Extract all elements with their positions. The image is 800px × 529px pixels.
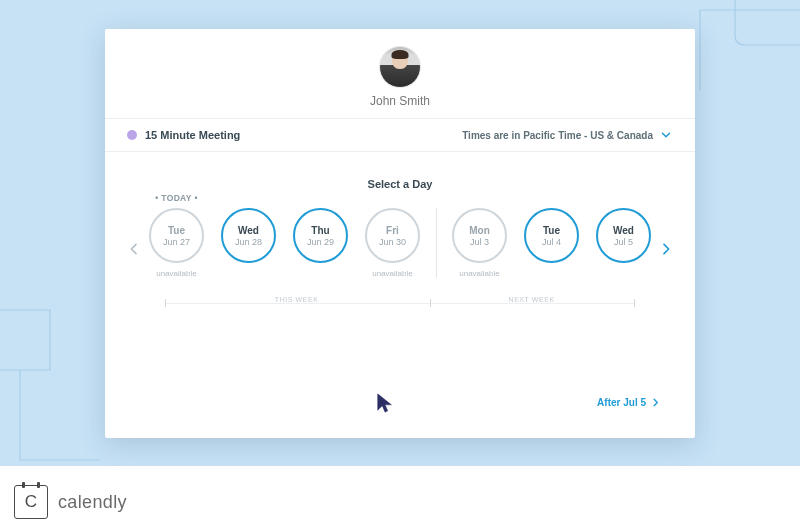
- day-mon-jul-3[interactable]: Mon Jul 3: [452, 208, 507, 263]
- day-wed-jul-5[interactable]: Wed Jul 5: [596, 208, 651, 263]
- day-col: Tue Jul 4: [523, 208, 581, 285]
- day-tue-jul-4[interactable]: Tue Jul 4: [524, 208, 579, 263]
- scheduling-card: John Smith 15 Minute Meeting Times are i…: [105, 29, 695, 438]
- event-type: 15 Minute Meeting: [127, 129, 240, 141]
- day-thu-jun-29[interactable]: Thu Jun 29: [293, 208, 348, 263]
- brand: C calendly: [14, 485, 127, 519]
- after-date-link[interactable]: After Jul 5: [597, 397, 661, 408]
- timezone-selector[interactable]: Times are in Pacific Time - US & Canada: [462, 128, 673, 142]
- chevron-down-icon: [659, 128, 673, 142]
- avatar: [379, 46, 421, 88]
- day-col: Fri Jun 30 unavailable: [364, 208, 422, 279]
- section-title: Select a Day: [105, 178, 695, 190]
- day-date: Jun 30: [379, 237, 406, 247]
- event-color-dot: [127, 130, 137, 140]
- decor-lines-left: [0, 300, 110, 466]
- day-wed-jun-28[interactable]: Wed Jun 28: [221, 208, 276, 263]
- brand-icon-letter: C: [25, 492, 37, 512]
- day-of-week: Fri: [386, 225, 399, 236]
- next-week-label: NEXT WEEK: [503, 296, 561, 303]
- today-tag: • TODAY •: [155, 193, 197, 203]
- day-col: Thu Jun 29: [292, 208, 350, 285]
- day-of-week: Tue: [168, 225, 185, 236]
- day-col: Mon Jul 3 unavailable: [451, 208, 509, 279]
- day-picker: • TODAY • Tue Jun 27 unavailable Wed Jun…: [105, 208, 695, 285]
- day-of-week: Tue: [543, 225, 560, 236]
- event-name: 15 Minute Meeting: [145, 129, 240, 141]
- day-of-week: Mon: [469, 225, 490, 236]
- page: John Smith 15 Minute Meeting Times are i…: [0, 0, 800, 529]
- day-date: Jul 3: [470, 237, 489, 247]
- day-date: Jun 29: [307, 237, 334, 247]
- day-date: Jul 5: [614, 237, 633, 247]
- previous-arrow[interactable]: [123, 220, 145, 278]
- unavailable-label: unavailable: [372, 269, 412, 279]
- days-strip: • TODAY • Tue Jun 27 unavailable Wed Jun…: [148, 208, 653, 285]
- day-of-week: Wed: [613, 225, 634, 236]
- unavailable-label: unavailable: [459, 269, 499, 279]
- event-header: 15 Minute Meeting Times are in Pacific T…: [105, 118, 695, 152]
- unavailable-label: unavailable: [156, 269, 196, 279]
- after-date-label: After Jul 5: [597, 397, 646, 408]
- day-col: • TODAY • Tue Jun 27 unavailable: [148, 208, 206, 279]
- next-arrow[interactable]: [655, 220, 677, 278]
- calendar-icon: C: [14, 485, 48, 519]
- day-col: Wed Jun 28: [220, 208, 278, 285]
- day-tue-jun-27[interactable]: Tue Jun 27: [149, 208, 204, 263]
- brand-name: calendly: [58, 492, 127, 513]
- decor-lines-top-right: [680, 0, 800, 100]
- chevron-right-icon: [658, 241, 674, 257]
- week-labels-bar: THIS WEEK NEXT WEEK: [165, 297, 635, 311]
- chevron-right-icon: [650, 397, 661, 408]
- profile-name: John Smith: [105, 94, 695, 108]
- day-col: Wed Jul 5: [595, 208, 653, 285]
- day-fri-jun-30[interactable]: Fri Jun 30: [365, 208, 420, 263]
- day-date: Jun 28: [235, 237, 262, 247]
- day-date: Jun 27: [163, 237, 190, 247]
- day-of-week: Thu: [311, 225, 329, 236]
- this-week-label: THIS WEEK: [269, 296, 325, 303]
- timezone-label: Times are in Pacific Time - US & Canada: [462, 130, 653, 141]
- day-of-week: Wed: [238, 225, 259, 236]
- week-divider: [436, 208, 437, 278]
- profile-block: John Smith: [105, 29, 695, 118]
- day-date: Jul 4: [542, 237, 561, 247]
- chevron-left-icon: [126, 241, 142, 257]
